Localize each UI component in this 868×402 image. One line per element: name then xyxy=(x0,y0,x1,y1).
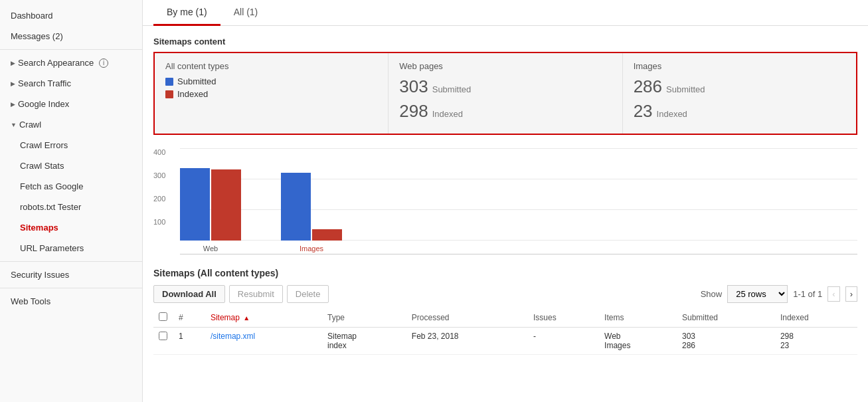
images-submitted-row: 286 Submitted xyxy=(634,76,845,97)
sidebar-divider-3 xyxy=(0,288,142,288)
tabs-container: By me (1) All (1) xyxy=(143,0,868,26)
legend-indexed: Indexed xyxy=(165,89,377,99)
row-num: 1 xyxy=(173,328,205,355)
submitted-dot xyxy=(165,78,173,86)
content-col-all-types: All content types Submitted Indexed xyxy=(155,53,389,134)
sitemaps-table: # Sitemap ▲ Type Processed Issues Items … xyxy=(153,308,857,355)
sidebar-divider xyxy=(0,49,142,50)
sidebar-item-crawl-stats[interactable]: Crawl Stats xyxy=(0,155,142,176)
show-label: Show xyxy=(701,289,723,299)
y-label-200: 200 xyxy=(153,195,165,203)
y-label-400: 400 xyxy=(153,148,165,156)
y-label-300: 300 xyxy=(153,171,165,179)
content-col-web-pages: Web pages 303 Submitted 298 Indexed xyxy=(389,53,622,134)
bar-web-indexed xyxy=(211,169,241,241)
sidebar-item-dashboard[interactable]: Dashboard xyxy=(0,5,142,26)
select-all-checkbox[interactable] xyxy=(159,312,167,321)
main-content: By me (1) All (1) Sitemaps content All c… xyxy=(143,0,868,402)
delete-button[interactable]: Delete xyxy=(287,285,329,303)
bar-group-images: Images xyxy=(281,173,342,241)
bar-group-web: Web xyxy=(180,168,241,241)
web-submitted-row: 303 Submitted xyxy=(399,76,611,97)
info-icon: i xyxy=(99,58,108,68)
content-col-images: Images 286 Submitted 23 Indexed xyxy=(623,53,856,134)
col-title-web: Web pages xyxy=(399,61,611,71)
sidebar-divider-2 xyxy=(0,261,142,262)
bar-label-web: Web xyxy=(203,245,218,252)
col-header-num: # xyxy=(173,308,205,328)
sidebar-item-crawl-errors[interactable]: Crawl Errors xyxy=(0,135,142,155)
col-header-processed: Processed xyxy=(406,308,528,328)
indexed-dot xyxy=(165,90,173,98)
web-indexed-row: 298 Indexed xyxy=(399,101,611,122)
table-row: 1 /sitemap.xml Sitemap index Feb 23, 201… xyxy=(153,328,857,355)
sidebar-item-messages[interactable]: Messages (2) xyxy=(0,26,142,47)
web-indexed-label: Indexed xyxy=(432,109,463,119)
row-checkbox[interactable] xyxy=(159,332,167,340)
sidebar-item-fetch-as-google[interactable]: Fetch as Google xyxy=(0,176,142,197)
sitemaps-content-box: All content types Submitted Indexed Web … xyxy=(153,52,857,135)
sidebar-item-robots-txt-tester[interactable]: robots.txt Tester xyxy=(0,197,142,217)
legend-submitted: Submitted xyxy=(165,76,377,86)
bar-web-submitted xyxy=(180,168,210,241)
sidebar: Dashboard Messages (2) Search Appearance… xyxy=(0,0,143,402)
row-type: Sitemap index xyxy=(322,328,406,355)
web-submitted-number: 303 xyxy=(399,76,428,97)
bar-images-indexed xyxy=(312,229,342,241)
sidebar-item-search-appearance[interactable]: Search Appearance i xyxy=(0,52,142,73)
grid-line-1 xyxy=(180,148,857,149)
col-header-indexed: Indexed xyxy=(775,308,857,328)
chart-y-labels: 400 300 200 100 xyxy=(153,148,165,254)
sidebar-item-url-parameters[interactable]: URL Parameters xyxy=(0,238,142,258)
col-header-issues: Issues xyxy=(528,308,599,328)
col-header-sitemap[interactable]: Sitemap ▲ xyxy=(205,308,322,328)
download-all-button[interactable]: Download All xyxy=(153,285,225,303)
row-processed: Feb 23, 2018 xyxy=(406,328,528,355)
sidebar-item-search-traffic[interactable]: Search Traffic xyxy=(0,73,142,94)
toolbar-left: Download All Resubmit Delete xyxy=(153,285,329,303)
rows-per-page-select[interactable]: 25 rows 50 rows 100 rows xyxy=(727,285,788,303)
content-area: Sitemaps content All content types Submi… xyxy=(143,37,868,365)
sidebar-item-security-issues[interactable]: Security Issues xyxy=(0,264,142,285)
sitemaps-content-title: Sitemaps content xyxy=(153,37,857,47)
bar-images-submitted xyxy=(281,173,311,241)
bar-label-images: Images xyxy=(300,245,323,252)
tab-all[interactable]: All (1) xyxy=(220,0,272,26)
images-submitted-number: 286 xyxy=(634,76,662,97)
pagination-next-button[interactable]: › xyxy=(845,286,857,302)
images-indexed-number: 23 xyxy=(634,101,653,122)
col-header-type: Type xyxy=(322,308,406,328)
row-issues: - xyxy=(528,328,599,355)
legend-indexed-label: Indexed xyxy=(177,89,208,99)
images-indexed-label: Indexed xyxy=(657,109,687,119)
legend-submitted-label: Submitted xyxy=(177,76,217,86)
col-title-images: Images xyxy=(634,61,845,71)
col-header-items: Items xyxy=(599,308,677,328)
sidebar-item-google-index[interactable]: Google Index xyxy=(0,94,142,114)
pagination-info: 1-1 of 1 xyxy=(793,289,822,299)
col-title-all-types: All content types xyxy=(165,61,377,71)
web-submitted-label: Submitted xyxy=(432,84,472,94)
row-items: Web Images xyxy=(599,328,677,355)
sort-icon: ▲ xyxy=(243,314,250,322)
tab-by-me[interactable]: By me (1) xyxy=(153,0,220,26)
pagination-prev-button[interactable]: ‹ xyxy=(827,286,839,302)
web-indexed-number: 298 xyxy=(399,101,428,122)
resubmit-button[interactable]: Resubmit xyxy=(229,285,283,303)
sitemap-link[interactable]: /sitemap.xml xyxy=(211,332,255,341)
y-label-100: 100 xyxy=(153,218,165,226)
images-indexed-row: 23 Indexed xyxy=(634,101,845,122)
sidebar-item-web-tools[interactable]: Web Tools xyxy=(0,291,142,312)
chart-container: 400 300 200 100 Web xyxy=(153,148,857,254)
row-submitted: 303 286 xyxy=(677,328,775,355)
table-toolbar: Download All Resubmit Delete Show 25 row… xyxy=(153,285,857,303)
sidebar-item-crawl[interactable]: Crawl xyxy=(0,114,142,135)
row-indexed: 298 23 xyxy=(775,328,857,355)
table-section-title: Sitemaps (All content types) xyxy=(153,268,857,278)
col-header-submitted: Submitted xyxy=(677,308,775,328)
toolbar-right: Show 25 rows 50 rows 100 rows 1-1 of 1 ‹… xyxy=(701,285,857,303)
images-submitted-label: Submitted xyxy=(666,84,705,94)
sidebar-item-sitemaps[interactable]: Sitemaps xyxy=(0,217,142,238)
chart-area: Web Images xyxy=(180,148,857,254)
